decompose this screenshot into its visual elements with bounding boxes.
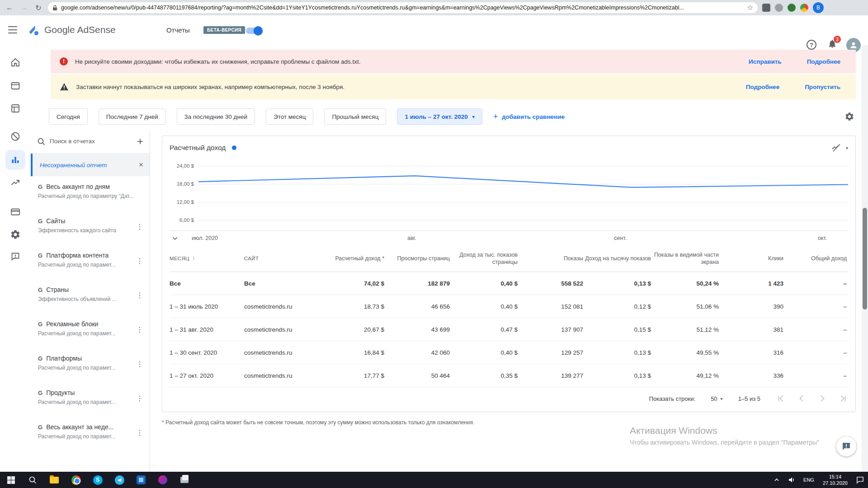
first-page-button[interactable]: [776, 394, 786, 404]
action-center-icon[interactable]: [852, 472, 868, 488]
dismiss-link[interactable]: Пропустить: [805, 84, 840, 90]
current-report-item[interactable]: Несохраненный отчет ×: [31, 154, 150, 176]
more-options-icon[interactable]: ⋮: [136, 360, 143, 368]
more-options-icon[interactable]: ⋮: [136, 325, 143, 334]
filter-last30-button[interactable]: За последние 30 дней: [177, 108, 255, 125]
feedback-fab-button[interactable]: [836, 436, 856, 456]
table-row[interactable]: 1 – 30 сент. 2020cosmetictrends.ru16,84 …: [170, 341, 848, 364]
hide-chart-icon[interactable]: [831, 143, 841, 153]
table-cell: 42 060: [384, 349, 450, 356]
table-cell: 139 277: [518, 372, 583, 379]
column-header-clicks[interactable]: Клики: [719, 255, 783, 263]
table-row[interactable]: 1 – 31 июль 2020cosmetictrends.ru18,73 $…: [170, 295, 848, 318]
more-options-icon[interactable]: ⋮: [136, 428, 143, 437]
learn-more-link[interactable]: Подробнее: [746, 84, 779, 90]
collapse-chart-chevron-icon[interactable]: [170, 234, 179, 243]
table-cell: 1 – 31 июль 2020: [170, 303, 244, 310]
nav-settings-icon[interactable]: [5, 225, 25, 244]
more-options-icon[interactable]: ⋮: [136, 291, 143, 300]
add-comparison-button[interactable]: + добавить сравнение: [493, 112, 565, 122]
taskbar-app-icon[interactable]: [152, 472, 174, 488]
filter-last7-button[interactable]: Последние 7 дней: [99, 108, 166, 125]
column-header-page-rpm[interactable]: Доход за тыс. показов страницы: [450, 252, 518, 266]
previous-page-button[interactable]: [797, 394, 807, 404]
column-header-pageviews[interactable]: Просмотры страниц: [384, 255, 450, 263]
report-list-item[interactable]: GПродуктыРасчетный доход по парамет...⋮: [31, 382, 150, 417]
skype-icon[interactable]: S: [87, 472, 108, 488]
extension-icon[interactable]: [775, 4, 783, 12]
table-cell: 316: [719, 349, 783, 356]
taskbar-app-icon[interactable]: [174, 472, 195, 488]
extension-icon[interactable]: [762, 4, 770, 12]
address-bar[interactable]: google.com/adsense/new/u/0/pub-447487780…: [48, 2, 758, 13]
column-header-site[interactable]: САЙТ: [244, 255, 319, 262]
close-icon[interactable]: ×: [139, 160, 143, 169]
more-options-icon[interactable]: ⋮: [136, 394, 143, 403]
next-page-button[interactable]: [817, 394, 827, 404]
tray-expand-chevron-icon[interactable]: [769, 472, 784, 488]
taskbar-app-icon[interactable]: [130, 472, 152, 488]
back-icon[interactable]: ←: [5, 3, 14, 13]
taskbar-search-button[interactable]: [22, 472, 43, 488]
volume-icon[interactable]: [784, 472, 799, 488]
browser-profile-avatar[interactable]: B: [813, 2, 824, 13]
column-header-active-view[interactable]: Показы в видимой части экрана: [651, 252, 719, 266]
more-options-icon[interactable]: ⋮: [136, 222, 143, 231]
rows-per-page-select[interactable]: 50 ▾: [711, 395, 723, 402]
page-scrollbar[interactable]: [862, 45, 868, 472]
chrome-icon[interactable]: [65, 472, 87, 488]
table-row[interactable]: 1 – 27 окт. 2020cosmetictrends.ru17,77 $…: [170, 364, 848, 387]
more-options-icon[interactable]: ⋮: [136, 257, 143, 265]
menu-icon[interactable]: [8, 26, 17, 33]
report-list-item[interactable]: GПлатформыРасчетный доход по парамет...⋮: [31, 348, 150, 382]
forward-icon[interactable]: →: [19, 3, 29, 13]
column-header-total-earnings[interactable]: Общий доход: [783, 255, 847, 263]
report-list-item[interactable]: GВесь аккаунт за неде...Расчетный доход …: [31, 417, 150, 451]
column-header-impressions[interactable]: Показы: [518, 255, 583, 263]
nav-payments-icon[interactable]: [5, 202, 25, 222]
bookmark-star-icon[interactable]: ☆: [747, 4, 753, 12]
filter-this-month-button[interactable]: Этот месяц: [266, 108, 313, 125]
column-header-impression-rpm[interactable]: Доход на тысячу показов: [583, 255, 651, 263]
report-list-item[interactable]: GСайтыЭффективность каждого сайта⋮: [31, 211, 150, 245]
nav-home-icon[interactable]: [5, 52, 25, 72]
fix-link[interactable]: Исправить: [749, 58, 782, 65]
nav-feedback-icon[interactable]: [5, 247, 25, 267]
windows-start-button[interactable]: [0, 472, 22, 488]
page-title: Отчеты: [166, 26, 190, 34]
new-report-icon[interactable]: +: [137, 136, 143, 147]
report-subtitle: Расчетный доход по парамет...: [38, 399, 134, 405]
report-list-item[interactable]: GПлатформа контентаРасчетный доход по па…: [31, 245, 150, 279]
nav-optimization-icon[interactable]: [5, 173, 25, 192]
nav-sites-icon[interactable]: [5, 99, 25, 118]
report-list-item[interactable]: GСтраныЭффективность объявлений ...⋮: [31, 279, 150, 314]
report-settings-gear-icon[interactable]: [844, 112, 854, 122]
beta-toggle[interactable]: [246, 28, 261, 34]
report-list-item[interactable]: GВесь аккаунт по днямРасчетный доход по …: [31, 176, 150, 211]
learn-more-link[interactable]: Подробнее: [807, 58, 840, 65]
search-input[interactable]: [50, 138, 132, 145]
table-cell: cosmetictrends.ru: [244, 303, 319, 310]
column-header-earnings[interactable]: Расчетный доход *: [319, 255, 384, 263]
filter-prev-month-button[interactable]: Прошлый месяц: [324, 108, 386, 125]
extension-icon[interactable]: [788, 4, 796, 12]
scrollbar-thumb[interactable]: [863, 208, 867, 310]
telegram-icon[interactable]: [108, 472, 130, 488]
taskbar-clock[interactable]: 15:14 27.10.2020: [818, 474, 852, 487]
refresh-icon[interactable]: ↻: [33, 3, 43, 13]
language-indicator[interactable]: ENG: [799, 472, 818, 488]
report-list-item[interactable]: GРекламные блокиРасчетный доход по парам…: [31, 314, 150, 348]
nav-ads-icon[interactable]: [5, 76, 25, 96]
nav-blocking-icon[interactable]: [5, 127, 25, 146]
nav-reports-icon[interactable]: [5, 150, 25, 170]
table-row[interactable]: 1 – 31 авг. 2020cosmetictrends.ru20,67 $…: [170, 318, 848, 341]
chevron-down-icon[interactable]: ▾: [846, 145, 848, 150]
help-icon[interactable]: ?: [807, 40, 816, 50]
last-page-button[interactable]: [838, 394, 848, 404]
file-explorer-icon[interactable]: [43, 472, 65, 488]
extension-icon[interactable]: [800, 4, 808, 12]
filter-today-button[interactable]: Сегодня: [49, 108, 88, 125]
table-row[interactable]: ВсеВсе74,02 $182 8790,40 $558 5220,13 $5…: [170, 272, 848, 295]
date-range-chip[interactable]: 1 июль – 27 окт. 2020 ▾: [397, 108, 482, 125]
column-header-month[interactable]: МЕСЯЦ↑: [170, 255, 244, 262]
